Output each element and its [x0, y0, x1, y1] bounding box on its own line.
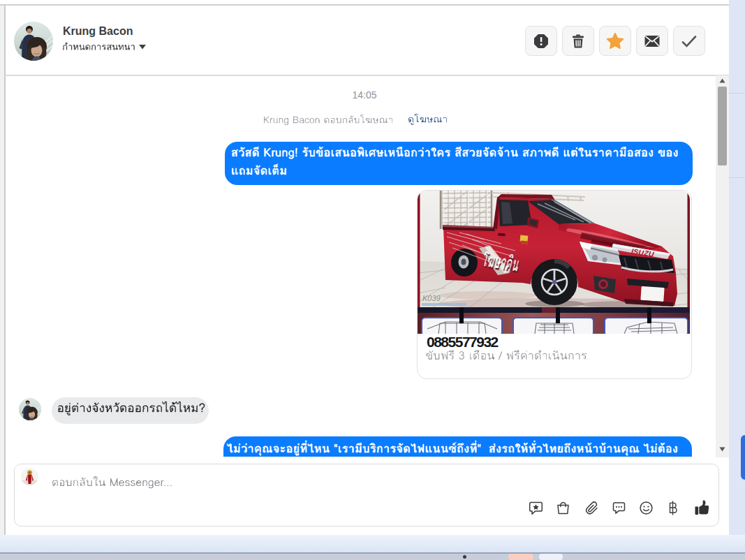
svg-text:K039: K039	[422, 294, 441, 302]
